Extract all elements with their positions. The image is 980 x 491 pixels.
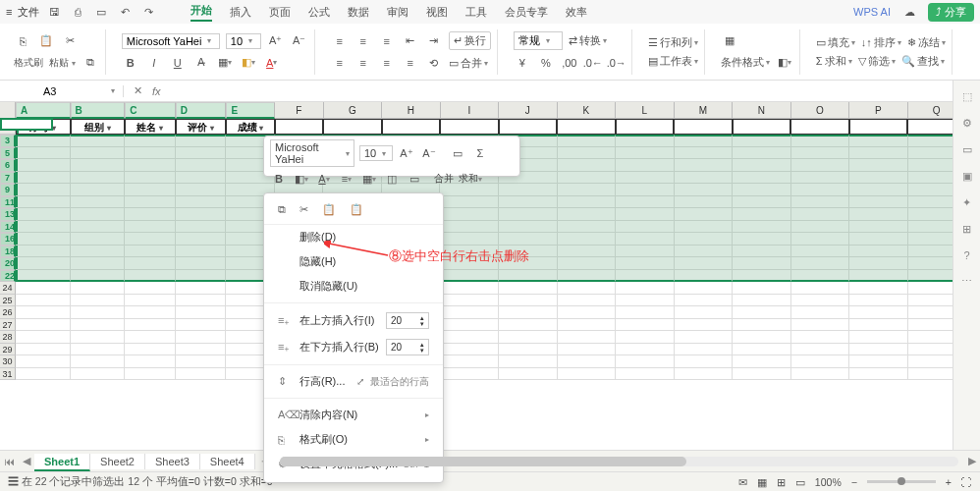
cell[interactable] — [558, 233, 617, 246]
cell[interactable] — [499, 295, 558, 307]
side-chart-icon[interactable]: ⊞ — [962, 223, 971, 236]
paste-icon[interactable]: 📋 — [37, 32, 55, 50]
cell[interactable] — [733, 355, 791, 368]
sheet-stats-icon[interactable]: ☰ — [8, 475, 19, 487]
cell[interactable] — [176, 233, 227, 246]
cell[interactable] — [675, 196, 734, 209]
preview-icon[interactable]: ▭ — [92, 3, 110, 21]
cell[interactable] — [558, 306, 617, 319]
format-painter-icon[interactable]: ⎘ — [14, 32, 31, 50]
side-select-icon[interactable]: ⬚ — [962, 90, 972, 103]
row-header-7[interactable]: 7 — [0, 172, 16, 185]
align-top-icon[interactable]: ≡ — [331, 32, 349, 50]
font-increase-icon[interactable]: A⁺ — [267, 32, 285, 50]
cell[interactable] — [499, 196, 558, 209]
row-header-22[interactable]: 22 — [0, 270, 16, 283]
ctx-fmt-brush[interactable]: ⎘格式刷(O)▸ — [264, 427, 443, 452]
cell[interactable] — [440, 119, 499, 135]
cell[interactable] — [675, 344, 734, 356]
cell[interactable] — [71, 184, 126, 196]
cell[interactable] — [125, 184, 176, 196]
cell[interactable] — [16, 331, 71, 344]
cell[interactable] — [791, 196, 850, 209]
zoom-in-icon[interactable]: + — [946, 476, 952, 488]
cell[interactable] — [616, 344, 675, 356]
cell[interactable] — [558, 344, 617, 356]
dec-dec-icon[interactable]: .0→ — [608, 54, 626, 72]
cell[interactable] — [675, 184, 734, 196]
cell[interactable] — [733, 319, 791, 332]
cell[interactable] — [16, 282, 71, 295]
cell[interactable] — [125, 306, 176, 319]
cell[interactable] — [733, 196, 791, 209]
cell[interactable] — [499, 319, 558, 332]
cell[interactable] — [791, 208, 850, 221]
cell[interactable] — [616, 196, 675, 209]
cell[interactable] — [71, 368, 126, 381]
cell[interactable] — [499, 233, 558, 246]
cell[interactable] — [440, 319, 499, 332]
fill-button[interactable]: ▭填充▾ — [816, 35, 855, 50]
row-header-29[interactable]: 29 — [0, 344, 16, 356]
cell[interactable] — [675, 331, 734, 344]
wrap-text-button[interactable]: ↵换行 — [449, 31, 491, 50]
col-header-E[interactable]: E — [226, 102, 275, 119]
cell[interactable] — [440, 355, 499, 368]
cell[interactable] — [616, 295, 675, 307]
cell[interactable] — [558, 355, 617, 368]
side-help-icon[interactable]: ? — [963, 249, 969, 261]
cell[interactable] — [71, 147, 126, 160]
cell[interactable] — [791, 233, 850, 246]
cell[interactable] — [440, 295, 499, 307]
mini-a-plus-icon[interactable]: A⁺ — [398, 144, 415, 162]
cell[interactable] — [558, 246, 617, 258]
align-right-icon[interactable]: ≡ — [378, 54, 396, 72]
cell[interactable] — [675, 257, 734, 270]
cell[interactable] — [323, 119, 382, 135]
cell[interactable] — [71, 331, 126, 344]
col-header-C[interactable]: C — [125, 102, 176, 119]
cell[interactable] — [71, 246, 126, 258]
cell[interactable] — [125, 233, 176, 246]
row-header-20[interactable]: 20 — [0, 257, 16, 270]
cell[interactable] — [440, 331, 499, 344]
row-header-2[interactable]: 2 — [0, 119, 16, 135]
ctx-cut-icon[interactable]: ✂ — [299, 203, 308, 216]
cell[interactable] — [558, 208, 617, 221]
cell[interactable] — [16, 147, 71, 160]
cell[interactable] — [176, 208, 227, 221]
cell[interactable] — [616, 270, 675, 283]
cell[interactable] — [125, 319, 176, 332]
cell[interactable] — [71, 196, 126, 209]
cell[interactable] — [558, 295, 617, 307]
cell[interactable] — [849, 159, 908, 172]
menu-tab-3[interactable]: 公式 — [308, 5, 330, 20]
cell[interactable] — [849, 306, 908, 319]
side-clipboard-icon[interactable]: ▣ — [962, 170, 972, 183]
fill-color-icon[interactable]: ◧▾ — [240, 54, 257, 72]
menu-icon[interactable]: ≡ — [6, 6, 12, 18]
row-col-button[interactable]: ☰行和列▾ — [648, 35, 698, 50]
cell[interactable] — [849, 233, 908, 246]
ctx-insert-below[interactable]: ≡₊在下方插入行(B)20▴▾ — [264, 334, 443, 360]
tab-nav-end-icon[interactable]: ▶ — [964, 455, 980, 467]
mini-bold-icon[interactable]: B — [270, 170, 288, 188]
cell[interactable] — [675, 159, 734, 172]
cell[interactable] — [71, 221, 126, 234]
cell[interactable] — [791, 257, 850, 270]
cell[interactable]: 成绩 ▾ — [226, 119, 275, 135]
ctx-row-height[interactable]: ⇕行高(R)...⤢最适合的行高 — [264, 369, 443, 394]
cell[interactable] — [791, 184, 850, 196]
row-header-13[interactable]: 13 — [0, 208, 16, 221]
cell[interactable] — [440, 306, 499, 319]
find-button[interactable]: 🔍查找▾ — [901, 54, 945, 69]
cell[interactable] — [71, 282, 126, 295]
bold-icon[interactable]: B — [122, 54, 139, 72]
mini-sum-icon[interactable]: Σ — [471, 144, 489, 162]
cell[interactable] — [733, 233, 791, 246]
cell[interactable] — [125, 196, 176, 209]
percent-icon[interactable]: % — [537, 54, 555, 72]
table-style-icon[interactable]: ▦ — [721, 32, 738, 50]
cell[interactable] — [16, 368, 71, 381]
share-button[interactable]: ⤴分享 — [928, 3, 974, 22]
